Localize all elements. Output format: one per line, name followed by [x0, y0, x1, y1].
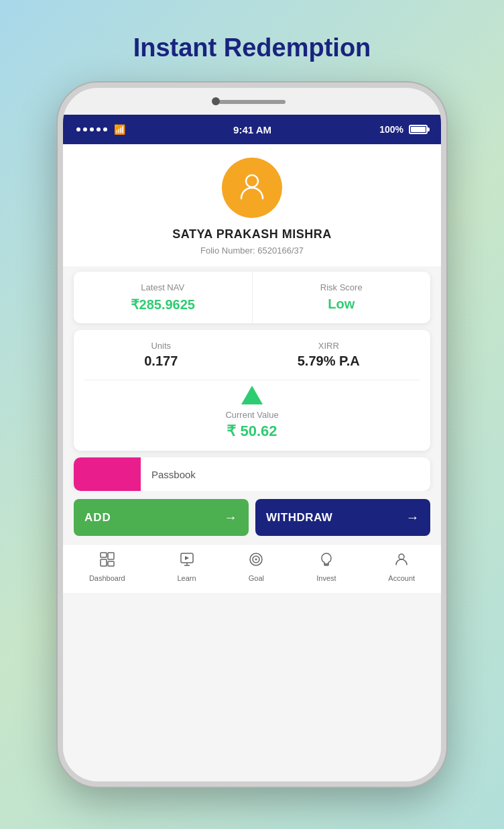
dashboard-icon — [99, 551, 115, 571]
current-value-section: Current Value ₹ 50.62 — [84, 380, 420, 440]
wifi-icon: 📶 — [114, 124, 125, 135]
side-button-right — [444, 242, 446, 296]
nav-invest[interactable]: Invest — [316, 551, 336, 582]
signal-dot-4 — [97, 127, 101, 131]
svg-marker-8 — [185, 556, 189, 560]
units-label: Units — [144, 341, 178, 351]
signal-dot-2 — [83, 127, 87, 131]
triangle-up-icon — [241, 386, 263, 404]
action-buttons: ADD → WITHDRAW → — [63, 491, 441, 544]
inv-row: Units 0.177 XIRR 5.79% P.A — [84, 341, 420, 369]
folio-number: Folio Number: 6520166/37 — [200, 245, 304, 256]
battery-fill — [411, 127, 426, 132]
withdraw-button[interactable]: WITHDRAW → — [255, 499, 430, 536]
withdraw-arrow-icon: → — [406, 510, 420, 525]
battery-area: 100% — [379, 124, 428, 135]
learn-icon — [179, 551, 195, 571]
nav-invest-label: Invest — [316, 574, 336, 582]
camera-dot — [212, 97, 220, 105]
svg-point-11 — [255, 559, 257, 561]
units-item: Units 0.177 — [144, 341, 178, 369]
risk-label: Risk Score — [261, 282, 423, 292]
current-value-amount: ₹ 50.62 — [227, 423, 277, 440]
svg-point-13 — [399, 554, 404, 559]
xirr-item: XIRR 5.79% P.A — [298, 341, 360, 369]
nav-dashboard-label: Dashboard — [89, 574, 125, 582]
nav-account[interactable]: Account — [388, 551, 415, 582]
nav-value: ₹285.9625 — [82, 296, 244, 313]
nav-label: Latest NAV — [82, 282, 244, 292]
battery-icon — [409, 125, 428, 134]
phone-frame: 📶 9:41 AM 100% SATYA PRAKASH MISHRA — [58, 82, 446, 787]
withdraw-label: WITHDRAW — [266, 511, 332, 524]
nav-goal[interactable]: Goal — [248, 551, 264, 582]
signal-dot-3 — [90, 127, 94, 131]
svg-rect-4 — [108, 561, 114, 566]
nav-dashboard[interactable]: Dashboard — [89, 551, 125, 582]
goal-icon — [248, 551, 264, 571]
xirr-label: XIRR — [298, 341, 360, 351]
bottom-nav: Dashboard Learn — [63, 544, 441, 593]
add-label: ADD — [84, 511, 111, 524]
units-value: 0.177 — [144, 353, 178, 369]
stats-card: Latest NAV ₹285.9625 Risk Score Low — [74, 272, 430, 323]
account-icon — [393, 551, 410, 571]
side-button-left — [58, 222, 60, 256]
passbook-label: Passbook — [141, 457, 206, 491]
add-button[interactable]: ADD → — [74, 499, 249, 536]
risk-stat: Risk Score Low — [253, 272, 431, 323]
screen-content: SATYA PRAKASH MISHRA Folio Number: 65201… — [63, 144, 441, 781]
nav-learn[interactable]: Learn — [178, 551, 196, 582]
passbook-section[interactable]: Passbook — [74, 457, 430, 491]
user-name: SATYA PRAKASH MISHRA — [172, 227, 331, 241]
svg-rect-1 — [101, 553, 107, 557]
svg-rect-12 — [324, 564, 328, 565]
battery-percent: 100% — [379, 124, 403, 135]
svg-rect-2 — [101, 559, 107, 566]
signal-dot-1 — [76, 127, 80, 131]
user-icon — [237, 170, 267, 206]
passbook-tab — [74, 457, 141, 491]
xirr-value: 5.79% P.A — [298, 353, 360, 369]
nav-account-label: Account — [388, 574, 415, 582]
status-bar: 📶 9:41 AM 100% — [63, 115, 441, 144]
invest-icon — [318, 551, 334, 571]
page-title: Instant Redemption — [133, 34, 371, 62]
investment-card: Units 0.177 XIRR 5.79% P.A Current Value… — [74, 330, 430, 451]
svg-point-0 — [246, 175, 258, 187]
profile-section: SATYA PRAKASH MISHRA Folio Number: 65201… — [63, 144, 441, 266]
nav-learn-label: Learn — [178, 574, 196, 582]
nav-stat: Latest NAV ₹285.9625 — [74, 272, 253, 323]
nav-goal-label: Goal — [249, 574, 264, 582]
risk-value: Low — [261, 296, 423, 312]
avatar — [222, 158, 282, 218]
signal-area: 📶 — [76, 124, 125, 135]
add-arrow-icon: → — [224, 510, 238, 525]
svg-rect-3 — [108, 553, 114, 559]
status-time: 9:41 AM — [233, 124, 271, 135]
signal-dot-5 — [103, 127, 107, 131]
current-value-label: Current Value — [225, 410, 278, 420]
